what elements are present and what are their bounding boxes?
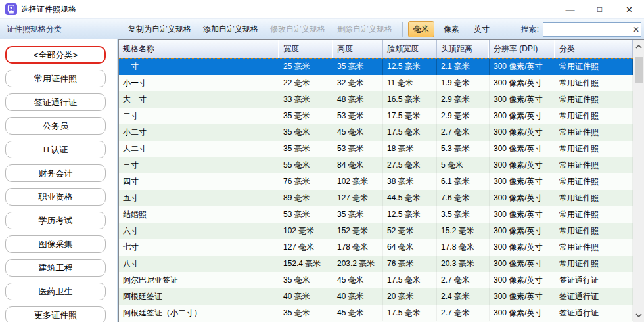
table-cell: 300 像素/英寸 xyxy=(490,206,555,223)
sidebar-category-button[interactable]: 公务员 xyxy=(5,117,106,135)
table-row[interactable]: 五寸89 毫米127 毫米44.5 毫米7.6 毫米300 像素/英寸常用证件照 xyxy=(119,190,633,206)
table-header-row: 规格名称宽度高度脸颊宽度头顶距离分辨率 (DPI)分类 xyxy=(119,40,633,58)
unit-px-button[interactable]: 像素 xyxy=(438,21,465,37)
window-controls: — □ ✕ xyxy=(555,0,644,18)
sidebar-category-button[interactable]: 图像采集 xyxy=(5,235,106,253)
table-row[interactable]: 大一寸33 毫米48 毫米16.5 毫米2.9 毫米300 像素/英寸常用证件照 xyxy=(119,91,633,108)
table-cell: 阿尔巴尼亚签证 xyxy=(119,272,279,288)
table-cell: 300 像素/英寸 xyxy=(490,91,555,108)
column-header[interactable]: 宽度 xyxy=(279,40,333,58)
table-cell: 16.5 毫米 xyxy=(383,91,437,108)
table-cell: 35 毫米 xyxy=(279,141,333,157)
table-row[interactable]: 大二寸35 毫米53 毫米18 毫米5.3 毫米300 像素/英寸常用证件照 xyxy=(119,141,633,157)
table-cell: 32 毫米 xyxy=(333,75,383,91)
column-header[interactable]: 分类 xyxy=(555,40,633,58)
table-cell: 45 毫米 xyxy=(333,305,383,321)
table-cell: 35 毫米 xyxy=(333,59,383,75)
table-cell: 七寸 xyxy=(119,239,279,256)
table-cell: 2.7 毫米 xyxy=(437,124,490,141)
column-header[interactable]: 头顶距离 xyxy=(437,40,490,58)
sidebar-category-button[interactable]: 医药卫生 xyxy=(5,283,106,300)
table-row[interactable]: 阿根廷签证40 毫米40 毫米20 毫米2.4 毫米300 像素/英寸签证通行证 xyxy=(119,288,633,305)
table-row[interactable]: 二寸35 毫米53 毫米17.5 毫米2.9 毫米300 像素/英寸常用证件照 xyxy=(119,108,633,124)
table-row[interactable]: 结婚照53 毫米35 毫米12.5 毫米3.5 毫米300 像素/英寸常用证件照 xyxy=(119,206,633,223)
scroll-up-icon[interactable] xyxy=(633,40,644,53)
window-title: 选择证件照规格 xyxy=(21,4,76,15)
sidebar-category-button[interactable]: 职业资格 xyxy=(5,188,106,206)
sidebar-category-button[interactable]: 更多证件照 xyxy=(5,306,106,322)
sidebar-category-button[interactable]: 建筑工程 xyxy=(5,259,106,277)
add-custom-spec-button[interactable]: 添加自定义规格 xyxy=(200,22,262,37)
table-cell: 152 毫米 xyxy=(333,223,383,239)
table-row[interactable]: 阿根廷签证（小二寸）35 毫米45 毫米17.5 毫米2.7 毫米300 像素/… xyxy=(119,305,633,321)
toolbar-separator xyxy=(402,22,403,37)
table-row[interactable]: 阿尔巴尼亚签证35 毫米45 毫米17.5 毫米2.7 毫米300 像素/英寸签… xyxy=(119,272,633,288)
table-cell: 17.5 毫米 xyxy=(383,272,437,288)
table-cell: 300 像素/英寸 xyxy=(490,124,555,141)
table-row[interactable]: 七寸127 毫米178 毫米64 毫米17.8 毫米300 像素/英寸常用证件照 xyxy=(119,239,633,256)
table-cell: 2.4 毫米 xyxy=(437,288,490,305)
unit-toggle-group: 毫米像素英寸 xyxy=(408,21,499,37)
sidebar-category-button[interactable]: 学历考试 xyxy=(5,212,106,229)
table-cell: 六寸 xyxy=(119,223,279,239)
close-icon[interactable]: ✕ xyxy=(614,0,644,18)
table-row[interactable]: 小二寸35 毫米45 毫米17.5 毫米2.7 毫米300 像素/英寸常用证件照 xyxy=(119,124,633,141)
scroll-down-icon[interactable] xyxy=(633,309,644,322)
table-cell: 7.6 毫米 xyxy=(437,190,490,206)
table-cell: 常用证件照 xyxy=(555,190,633,206)
minimize-icon[interactable]: — xyxy=(555,0,585,18)
table-cell: 89 毫米 xyxy=(279,190,333,206)
table-cell: 三寸 xyxy=(119,157,279,173)
column-header[interactable]: 规格名称 xyxy=(119,40,279,58)
sidebar-category-button[interactable]: 签证通行证 xyxy=(5,93,106,111)
table-cell: 300 像素/英寸 xyxy=(490,288,555,305)
column-header[interactable]: 高度 xyxy=(333,40,383,58)
table-cell: 签证通行证 xyxy=(555,305,633,321)
table-cell: 签证通行证 xyxy=(555,288,633,305)
table-cell: 17.5 毫米 xyxy=(383,108,437,124)
spec-table: 规格名称宽度高度脸颊宽度头顶距离分辨率 (DPI)分类 一寸25 毫米35 毫米… xyxy=(118,39,644,322)
table-cell: 102 毫米 xyxy=(333,173,383,190)
scrollbar-thumb[interactable] xyxy=(635,57,643,83)
table-cell: 常用证件照 xyxy=(555,75,633,91)
header-band: 证件照规格分类 复制为自定义规格添加自定义规格修改自定义规格删除自定义规格 毫米… xyxy=(0,18,644,39)
table-cell: 五寸 xyxy=(119,190,279,206)
table-cell: 64 毫米 xyxy=(383,239,437,256)
main-area: <全部分类>常用证件照签证通行证公务员IT认证财务会计职业资格学历考试图像采集建… xyxy=(0,39,644,322)
table-cell: 38 毫米 xyxy=(383,173,437,190)
copy-as-custom-spec-button[interactable]: 复制为自定义规格 xyxy=(125,22,195,37)
vertical-scrollbar[interactable] xyxy=(633,40,644,322)
table-cell: 阿根廷签证 xyxy=(119,288,279,305)
table-cell: 203.2 毫米 xyxy=(333,256,383,272)
table-cell: 常用证件照 xyxy=(555,157,633,173)
sidebar-category-button[interactable]: IT认证 xyxy=(5,141,106,158)
table-cell: 结婚照 xyxy=(119,206,279,223)
table-row[interactable]: 六寸102 毫米152 毫米52 毫米15.2 毫米300 像素/英寸常用证件照 xyxy=(119,223,633,239)
unit-inch-button[interactable]: 英寸 xyxy=(469,21,495,37)
table-cell: 常用证件照 xyxy=(555,256,633,272)
table-cell: 127 毫米 xyxy=(333,190,383,206)
unit-mm-button[interactable]: 毫米 xyxy=(408,21,434,37)
table-row[interactable]: 小一寸22 毫米32 毫米11 毫米1.9 毫米300 像素/英寸常用证件照 xyxy=(119,75,633,91)
sidebar-category-button[interactable]: <全部分类> xyxy=(5,46,106,64)
column-header[interactable]: 分辨率 (DPI) xyxy=(490,40,555,58)
column-header[interactable]: 脸颊宽度 xyxy=(383,40,437,58)
maximize-icon[interactable]: □ xyxy=(585,0,614,18)
table-cell: 300 像素/英寸 xyxy=(490,256,555,272)
table-cell: 小二寸 xyxy=(119,124,279,141)
table-row[interactable]: 四寸76 毫米102 毫米38 毫米6.1 毫米300 像素/英寸常用证件照 xyxy=(119,173,633,190)
sidebar-category-button[interactable]: 常用证件照 xyxy=(5,70,106,87)
table-cell: 33 毫米 xyxy=(279,91,333,108)
table-cell: 2.9 毫米 xyxy=(437,91,490,108)
table-cell: 35 毫米 xyxy=(279,272,333,288)
clear-search-icon[interactable]: ✕ xyxy=(633,26,639,34)
table-cell: 27.5 毫米 xyxy=(383,157,437,173)
table-row[interactable]: 八寸152.4 毫米203.2 毫米76 毫米20.3 毫米300 像素/英寸常… xyxy=(119,256,633,272)
table-cell: 300 像素/英寸 xyxy=(490,223,555,239)
table-cell: 53 毫米 xyxy=(333,108,383,124)
sidebar-category-button[interactable]: 财务会计 xyxy=(5,164,106,182)
table-row[interactable]: 一寸25 毫米35 毫米12.5 毫米2.1 毫米300 像素/英寸常用证件照 xyxy=(119,58,633,75)
table-cell: 17.8 毫米 xyxy=(437,239,490,256)
search-input[interactable] xyxy=(543,22,641,37)
table-row[interactable]: 三寸55 毫米84 毫米27.5 毫米5 毫米300 像素/英寸常用证件照 xyxy=(119,157,633,173)
